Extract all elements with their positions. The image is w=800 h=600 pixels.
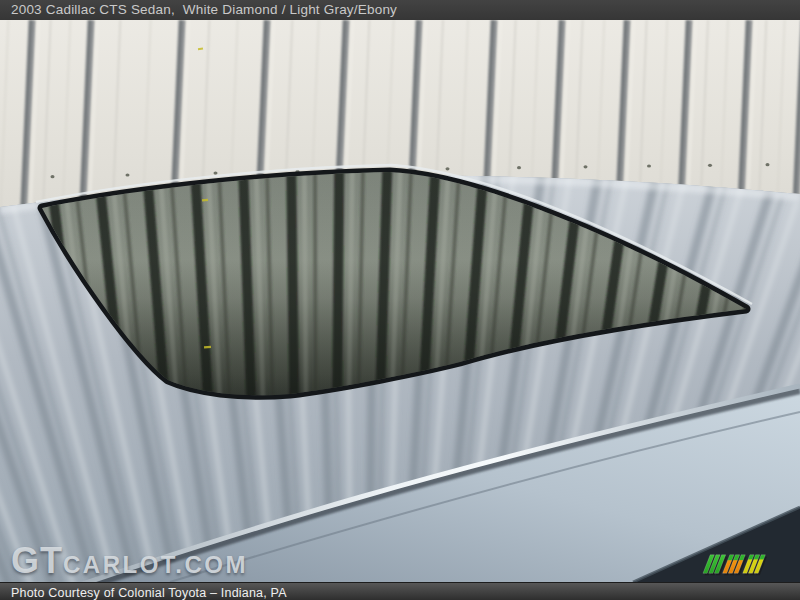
gtcarlot-logo-icon (702, 550, 770, 576)
wall-screw (766, 163, 770, 166)
photo-credit: Photo Courtesy of Colonial Toyota – Indi… (0, 585, 287, 600)
gtcarlot-watermark: GTCARLOT.COM (11, 540, 248, 582)
wall-screw (708, 164, 712, 167)
wall-screw (126, 173, 130, 176)
wall-screw (584, 165, 588, 168)
wall-screw (51, 175, 55, 178)
wall-screw (647, 164, 651, 167)
vehicle-photo: GTCARLOT.COM (0, 20, 800, 582)
wall-screw (517, 166, 521, 169)
logo-stripes (703, 555, 767, 576)
photo-scene (0, 20, 800, 582)
title-bar: 2003 Cadillac CTS Sedan, White Diamond /… (0, 0, 800, 20)
gtcarlot-photo-page: 2003 Cadillac CTS Sedan, White Diamond /… (0, 0, 800, 600)
wall-screw (446, 167, 450, 170)
credit-bar: Photo Courtesy of Colonial Toyota – Indi… (0, 582, 800, 600)
page-title: 2003 Cadillac CTS Sedan, White Diamond /… (0, 0, 397, 20)
wall-screw (214, 171, 218, 174)
watermark-rest: CARLOT.COM (63, 551, 248, 578)
watermark-gt: GT (11, 540, 63, 581)
